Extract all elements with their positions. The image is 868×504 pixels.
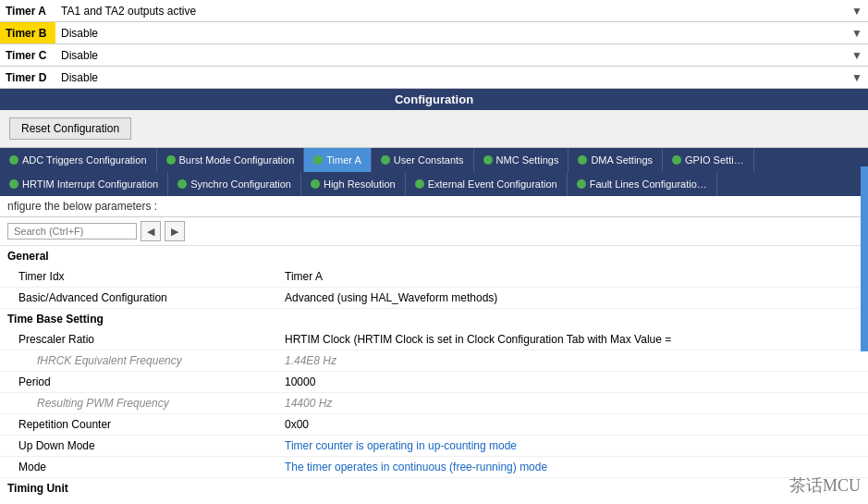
param-label-9: Up Down Mode xyxy=(0,437,277,454)
tab-dot-r2-0 xyxy=(9,179,18,189)
tab-row2-item-3[interactable]: External Event Configuration xyxy=(406,172,568,196)
param-label-10: Mode xyxy=(0,459,277,475)
prev-nav-button[interactable]: ◀ xyxy=(141,221,161,241)
tab-dot-r1-3 xyxy=(381,155,390,165)
timer-label-timer-b: Timer B xyxy=(0,22,55,43)
tab-dot-r2-4 xyxy=(577,179,586,189)
timer-row-timer-c[interactable]: Timer CDisable▼ xyxy=(0,44,868,67)
dropdown-arrow-timer-d[interactable]: ▼ xyxy=(846,67,868,88)
timer-value-timer-c: Disable xyxy=(55,47,846,64)
tab-dot-r2-1 xyxy=(177,179,187,189)
configure-text: nfigure the below parameters : xyxy=(0,196,868,217)
tab-dot-r1-2 xyxy=(313,155,323,165)
section-header-3: Time Base Setting xyxy=(0,309,868,329)
param-value-5: 1.44E8 Hz xyxy=(277,352,868,369)
param-label-1: Timer Idx xyxy=(0,268,277,285)
timer-row-timer-d[interactable]: Timer DDisable▼ xyxy=(0,67,868,89)
param-row-2: Basic/Advanced ConfigurationAdvanced (us… xyxy=(0,288,868,309)
param-value-9: Timer counter is operating in up-countin… xyxy=(277,437,868,454)
tab-row2-item-1[interactable]: Synchro Configuration xyxy=(168,172,301,196)
search-input[interactable] xyxy=(7,223,137,240)
timer-value-timer-b: Disable xyxy=(55,25,846,42)
timer-label-timer-c: Timer C xyxy=(0,44,55,66)
param-value-10: The timer operates in continuous (free-r… xyxy=(277,459,868,475)
tab-row2-item-4[interactable]: Fault Lines Configuratio… xyxy=(568,172,717,196)
timer-value-timer-d: Disable xyxy=(55,69,846,86)
param-value-8: 0x00 xyxy=(277,416,868,433)
param-label-5: fHRCK Equivalent Frequency xyxy=(0,352,277,369)
timer-label-timer-a: Timer A xyxy=(0,0,55,21)
param-label-8: Repetition Counter xyxy=(0,416,277,433)
scrollbar[interactable] xyxy=(861,166,868,351)
tab-label-r1-1: Burst Mode Configuration xyxy=(179,154,295,166)
param-row-1: Timer IdxTimer A xyxy=(0,266,868,288)
param-value-1: Timer A xyxy=(277,268,868,285)
param-value-12: Disabled xyxy=(277,500,868,504)
section-header-11: Timing Unit xyxy=(0,478,868,498)
timer-value-timer-a: TA1 and TA2 outputs active xyxy=(55,3,846,19)
param-row-12: Interleaved ModeDisabled xyxy=(0,498,868,504)
tab-label-r2-1: Synchro Configuration xyxy=(190,178,291,190)
param-label-4: Prescaler Ratio xyxy=(0,331,277,348)
param-value-7: 14400 Hz xyxy=(277,395,868,412)
param-row-9: Up Down ModeTimer counter is operating i… xyxy=(0,436,868,457)
tab-label-r1-5: DMA Settings xyxy=(591,154,653,166)
param-row-8: Repetition Counter0x00 xyxy=(0,414,868,436)
tab-row1-item-0[interactable]: ADC Triggers Configuration xyxy=(0,148,157,172)
tab-dot-r1-0 xyxy=(9,155,18,165)
tab-label-r1-3: User Constants xyxy=(394,154,464,166)
tab-row1-item-3[interactable]: User Constants xyxy=(372,148,474,172)
tab-label-r1-4: NMC Settings xyxy=(496,154,559,166)
tab-label-r1-6: GPIO Setti… xyxy=(685,154,744,166)
tab-dot-r2-2 xyxy=(311,179,320,189)
tab-dot-r1-6 xyxy=(672,155,681,165)
param-value-2: Advanced (using HAL_Waveform methods) xyxy=(277,289,868,306)
param-label-12: Interleaved Mode xyxy=(0,500,277,504)
tab-label-r1-0: ADC Triggers Configuration xyxy=(22,154,147,166)
tab-label-r2-3: External Event Configuration xyxy=(428,178,557,190)
dropdown-arrow-timer-a[interactable]: ▼ xyxy=(846,0,868,21)
tab-row2-item-0[interactable]: HRTIM Interrupt Configuration xyxy=(0,172,168,196)
tab-dot-r1-5 xyxy=(578,155,587,165)
timer-label-timer-d: Timer D xyxy=(0,67,55,88)
tab-row1-item-5[interactable]: DMA Settings xyxy=(568,148,663,172)
tab-row1-item-1[interactable]: Burst Mode Configuration xyxy=(157,148,305,172)
param-row-7: Resulting PWM Frequency14400 Hz xyxy=(0,393,868,414)
tab-dot-r2-3 xyxy=(415,179,424,189)
tab-row1-item-6[interactable]: GPIO Setti… xyxy=(663,148,754,172)
tab-row1-item-4[interactable]: NMC Settings xyxy=(474,148,569,172)
param-row-4: Prescaler RatioHRTIM Clock (HRTIM Clock … xyxy=(0,329,868,350)
timer-row-timer-a[interactable]: Timer ATA1 and TA2 outputs active▼ xyxy=(0,0,868,22)
param-row-5: fHRCK Equivalent Frequency1.44E8 Hz xyxy=(0,350,868,372)
next-nav-button[interactable]: ▶ xyxy=(165,221,185,241)
param-row-10: ModeThe timer operates in continuous (fr… xyxy=(0,457,868,478)
tab-label-r2-2: High Resolution xyxy=(324,178,396,190)
tab-label-r2-4: Fault Lines Configuratio… xyxy=(590,178,707,190)
param-value-4: HRTIM Clock (HRTIM Clock is set in Clock… xyxy=(277,331,868,348)
tab-dot-r1-1 xyxy=(166,155,176,165)
param-row-6: Period10000 xyxy=(0,372,868,393)
param-label-2: Basic/Advanced Configuration xyxy=(0,289,277,306)
reset-config-button[interactable]: Reset Configuration xyxy=(9,117,131,140)
tab-label-r1-2: Timer A xyxy=(326,154,361,166)
param-label-7: Resulting PWM Frequency xyxy=(0,395,277,412)
tab-row1-item-2[interactable]: Timer A xyxy=(304,148,372,172)
dropdown-arrow-timer-b[interactable]: ▼ xyxy=(846,22,868,43)
tab-row2-item-2[interactable]: High Resolution xyxy=(301,172,406,196)
param-value-6: 10000 xyxy=(277,374,868,390)
dropdown-arrow-timer-c[interactable]: ▼ xyxy=(846,44,868,66)
param-label-6: Period xyxy=(0,374,277,390)
timer-row-timer-b[interactable]: Timer BDisable▼ xyxy=(0,22,868,44)
tab-label-r2-0: HRTIM Interrupt Configuration xyxy=(22,178,158,190)
section-header-0: General xyxy=(0,246,868,266)
tab-dot-r1-4 xyxy=(483,155,493,165)
config-header: Configuration xyxy=(0,89,868,110)
